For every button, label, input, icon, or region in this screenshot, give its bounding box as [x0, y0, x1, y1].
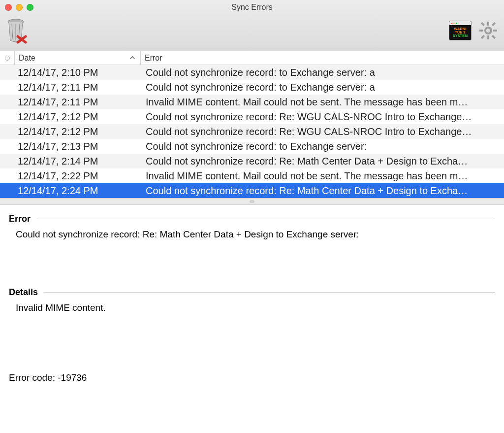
cell-error: Could not synchronize record: to Exchang…	[141, 82, 498, 93]
svg-rect-7	[487, 35, 489, 39]
error-table: 12/14/17, 2:10 PM Could not synchronize …	[0, 65, 504, 198]
cell-date: 12/14/17, 2:12 PM	[15, 111, 141, 123]
cell-error: Could not synchronize record: Re: WGU CA…	[141, 126, 498, 137]
cell-date: 12/14/17, 2:22 PM	[15, 170, 141, 182]
cell-date: 12/14/17, 2:12 PM	[15, 126, 141, 137]
table-row[interactable]: 12/14/17, 2:12 PM Could not synchronize …	[0, 124, 504, 139]
settings-button[interactable]	[477, 20, 499, 41]
table-row[interactable]: 12/14/17, 2:14 PM Could not synchronize …	[0, 154, 504, 168]
cell-date: 12/14/17, 2:11 PM	[15, 97, 141, 108]
cell-error: Could not synchronize record: Re: Math C…	[141, 156, 498, 167]
status-dot-icon	[5, 56, 10, 61]
details-heading-label: Details	[9, 287, 38, 298]
cell-date: 12/14/17, 2:13 PM	[15, 141, 141, 152]
column-header-date-label: Date	[19, 54, 35, 63]
detail-pane: Error Could not synchronize record: Re: …	[0, 205, 504, 388]
cell-date: 12/14/17, 2:24 PM	[15, 185, 141, 197]
cell-error: Could not synchronize record: Re: Math C…	[141, 185, 498, 197]
splitter-grip-icon	[250, 200, 254, 203]
column-header-date[interactable]: Date	[15, 51, 141, 65]
svg-rect-9	[493, 30, 497, 32]
svg-rect-8	[479, 30, 483, 32]
column-header-status[interactable]	[0, 51, 15, 65]
cell-error: Invalid MIME content. Mail could not be …	[141, 97, 498, 108]
cell-date: 12/14/17, 2:10 PM	[15, 67, 141, 78]
details-text: Invalid MIME content.	[9, 302, 495, 313]
window-title: Sync Errors	[0, 3, 504, 12]
sort-ascending-icon	[129, 54, 135, 63]
svg-rect-10	[481, 22, 485, 26]
cell-date: 12/14/17, 2:14 PM	[15, 156, 141, 167]
svg-rect-12	[492, 22, 496, 26]
table-row[interactable]: 12/14/17, 2:11 PM Could not synchronize …	[0, 80, 504, 95]
error-heading-label: Error	[9, 214, 31, 224]
svg-rect-13	[481, 35, 485, 39]
table-row[interactable]: 12/14/17, 2:22 PM Invalid MIME content. …	[0, 168, 504, 183]
warnings-button[interactable]: WARNITUE 3SYSTEM	[449, 21, 472, 40]
cell-error: Could not synchronize record: to Exchang…	[141, 67, 498, 78]
cell-error: Invalid MIME content. Mail could not be …	[141, 170, 498, 182]
error-detail-text: Could not synchronize record: Re: Math C…	[9, 229, 495, 240]
table-row[interactable]: 12/14/17, 2:13 PM Could not synchronize …	[0, 139, 504, 154]
details-section-heading: Details	[9, 287, 495, 298]
column-header-error-label: Error	[145, 54, 162, 63]
error-code-label: Error code: -19736	[9, 372, 495, 383]
table-row[interactable]: 12/14/17, 2:12 PM Could not synchronize …	[0, 109, 504, 124]
cell-error: Could not synchronize record: to Exchang…	[141, 141, 498, 152]
cell-error: Could not synchronize record: Re: WGU CA…	[141, 111, 498, 123]
error-section-heading: Error	[9, 214, 495, 224]
table-row[interactable]: 12/14/17, 2:24 PM Could not synchronize …	[0, 183, 504, 198]
table-row[interactable]: 12/14/17, 2:11 PM Invalid MIME content. …	[0, 95, 504, 109]
pane-splitter[interactable]	[0, 198, 504, 205]
delete-button[interactable]	[3, 17, 29, 44]
svg-rect-6	[487, 22, 489, 26]
table-header: Date Error	[0, 51, 504, 65]
column-header-error[interactable]: Error	[141, 51, 504, 65]
table-row[interactable]: 12/14/17, 2:10 PM Could not synchronize …	[0, 65, 504, 80]
cell-date: 12/14/17, 2:11 PM	[15, 82, 141, 93]
svg-rect-11	[492, 35, 496, 39]
titlebar: Sync Errors WARNITUE 3SYSTEM	[0, 0, 504, 51]
svg-point-5	[486, 29, 490, 33]
